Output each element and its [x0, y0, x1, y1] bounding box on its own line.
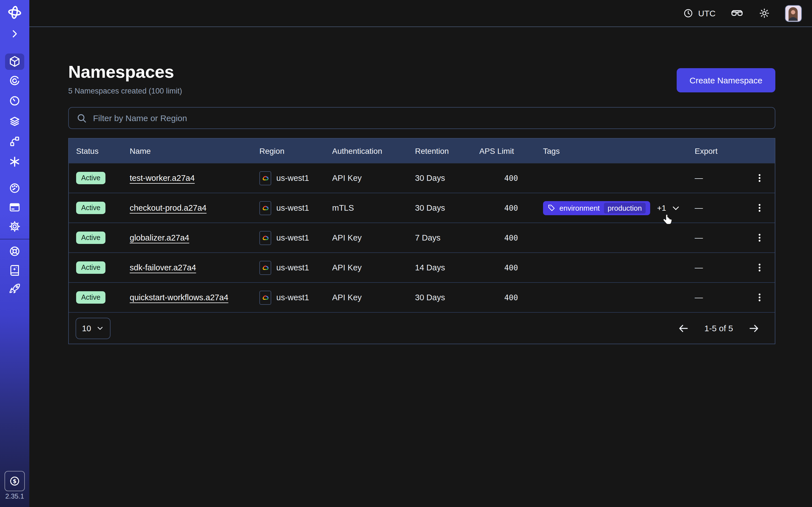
sidebar-item-support-icon[interactable] [8, 245, 21, 258]
main-content: Namespaces 5 Namespaces created (100 lim… [29, 27, 812, 507]
temporal-logo-icon[interactable] [6, 4, 23, 20]
region-label: us-west1 [276, 233, 309, 242]
row-menu-kebab-icon[interactable] [751, 200, 768, 216]
svg-text:$: $ [13, 478, 16, 485]
row-menu-kebab-icon[interactable] [751, 289, 768, 306]
export-value: — [695, 293, 751, 302]
sidebar-item-namespaces-icon[interactable] [8, 55, 21, 68]
table-row: Active test-worker.a27a4 us-west1 [69, 163, 775, 193]
pagination-range: 1-5 of 5 [704, 323, 733, 333]
aps-limit-value: 400 [479, 263, 543, 272]
region-label: us-west1 [276, 263, 309, 272]
row-menu-kebab-icon[interactable] [751, 229, 768, 246]
col-header-retention: Retention [415, 146, 479, 155]
app-window: UTC [0, 0, 812, 507]
status-badge: Active [76, 202, 105, 214]
tag-icon [548, 204, 555, 212]
page-size-chevron-icon [96, 324, 104, 332]
namespace-count-subtitle: 5 Namespaces created (100 limit) [68, 87, 775, 95]
export-value: — [695, 233, 751, 242]
sidebar-item-usage-icon[interactable] [8, 182, 21, 194]
sidebar-item-nexus-icon[interactable] [9, 135, 20, 147]
sidebar-item-workflows-icon[interactable] [8, 74, 21, 87]
retention-value: 30 Days [415, 173, 479, 182]
tags-expand-chevron-icon[interactable] [671, 203, 680, 213]
page-title: Namespaces [68, 62, 775, 82]
filter-input[interactable] [93, 113, 767, 123]
sidebar-item-getting-started-icon[interactable] [8, 283, 21, 295]
export-value: — [695, 173, 751, 182]
auth-method: mTLS [332, 203, 415, 212]
prev-page-icon[interactable] [677, 322, 690, 334]
table-row: Active sdk-failover.a27a4 us-west1 [69, 252, 775, 282]
namespace-link[interactable]: sdk-failover.a27a4 [130, 263, 196, 272]
filter-bar [68, 107, 775, 129]
col-header-auth: Authentication [332, 146, 415, 155]
table-row: Active checkout-prod.a27a4 us-west1 [69, 193, 775, 223]
theme-toggle-sun-icon[interactable] [758, 7, 770, 19]
table-pagination: 10 1-5 of 5 [69, 312, 775, 344]
page-size-select[interactable]: 10 [75, 318, 110, 339]
sidebar-item-deployments-icon[interactable] [8, 115, 21, 127]
gcp-icon [259, 201, 271, 215]
retention-value: 30 Days [415, 293, 479, 302]
tag-key: environment [559, 204, 600, 212]
tag-chip[interactable]: environment production [543, 201, 651, 215]
region-label: us-west1 [276, 203, 309, 212]
aps-limit-value: 400 [479, 173, 543, 182]
expand-sidebar-chevron-icon[interactable] [9, 28, 20, 40]
namespace-link[interactable]: quickstart-workflows.a27a4 [130, 293, 229, 302]
export-value: — [695, 263, 751, 272]
app-version: 2.35.1 [0, 492, 29, 500]
top-bar: UTC [29, 0, 812, 27]
sidebar-item-batch-operations-icon[interactable] [8, 156, 21, 168]
gcp-icon [259, 231, 271, 245]
tag-value: production [604, 203, 646, 213]
aps-limit-value: 400 [479, 203, 543, 212]
status-badge: Active [76, 291, 105, 304]
tag-overflow-count: +1 [657, 203, 666, 212]
create-namespace-button[interactable]: Create Namespace [677, 68, 775, 93]
clock-icon [683, 8, 694, 18]
avatar[interactable] [785, 5, 802, 22]
auth-method: API Key [332, 173, 415, 182]
namespace-link[interactable]: globalizer.a27a4 [130, 233, 189, 242]
col-header-export: Export [695, 146, 751, 155]
gcp-icon [259, 171, 271, 185]
auth-method: API Key [332, 233, 415, 242]
status-badge: Active [76, 231, 105, 244]
auth-method: API Key [332, 293, 415, 302]
table-row: Active quickstart-workflows.a27a4 us-wes… [69, 282, 775, 312]
reader-mode-icon[interactable] [730, 6, 744, 20]
namespace-link[interactable]: checkout-prod.a27a4 [130, 203, 207, 212]
region-label: us-west1 [276, 293, 309, 302]
sidebar-item-billing-icon[interactable] [8, 201, 21, 214]
pricing-badge-button[interactable]: $ [4, 471, 25, 491]
table-row: Active globalizer.a27a4 us-west1 [69, 223, 775, 252]
timezone-label: UTC [698, 8, 716, 18]
row-menu-kebab-icon[interactable] [751, 170, 768, 186]
aps-limit-value: 400 [479, 293, 543, 302]
col-header-aps: APS Limit [479, 146, 543, 155]
aps-limit-value: 400 [479, 233, 543, 242]
retention-value: 14 Days [415, 263, 479, 272]
col-header-tags: Tags [543, 146, 695, 155]
region-label: us-west1 [276, 173, 309, 182]
col-header-region: Region [259, 146, 332, 155]
namespace-link[interactable]: test-worker.a27a4 [130, 173, 195, 182]
col-header-status: Status [76, 146, 130, 155]
col-header-name: Name [130, 146, 259, 155]
namespaces-table: Status Name Region Authentication Retent… [68, 138, 775, 344]
status-badge: Active [76, 172, 105, 184]
sidebar-item-settings-icon[interactable] [8, 220, 21, 233]
page-size-value: 10 [82, 324, 91, 333]
retention-value: 7 Days [415, 233, 479, 242]
next-page-icon[interactable] [748, 322, 760, 334]
gcp-icon [259, 290, 271, 304]
gcp-icon [259, 261, 271, 275]
sidebar-item-docs-icon[interactable] [8, 264, 21, 277]
timezone-selector[interactable]: UTC [683, 8, 716, 18]
sidebar-item-schedules-icon[interactable] [8, 95, 21, 107]
row-menu-kebab-icon[interactable] [751, 259, 768, 276]
table-header-row: Status Name Region Authentication Retent… [69, 138, 775, 163]
